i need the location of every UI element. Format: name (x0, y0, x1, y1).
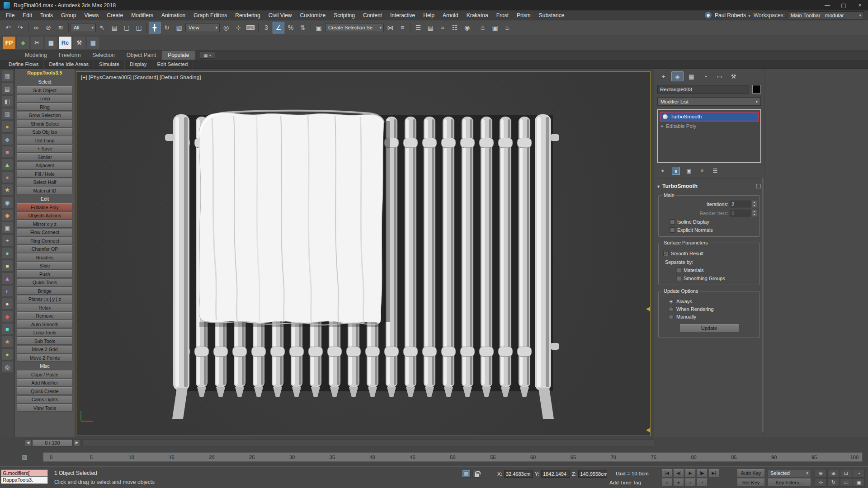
menu-item[interactable]: Tools (36, 10, 57, 20)
toolbox-icon[interactable]: ◧ (2, 96, 13, 107)
scene-explorer-icon[interactable]: ☰ (412, 22, 424, 33)
rappatools-button[interactable]: Chamfer OP (17, 245, 73, 253)
rappatools-button[interactable]: Copy / Paste (17, 371, 73, 378)
render-iters-field[interactable]: 0 (730, 210, 750, 216)
rappatools-button[interactable]: Grow Selection (17, 112, 73, 119)
toolbox-icon[interactable]: ◆ (2, 134, 13, 145)
menu-item[interactable]: Rendering (231, 10, 264, 20)
rappatools-button[interactable]: Sub Obj Iso (17, 128, 73, 136)
toolbar-separator[interactable] (146, 23, 147, 33)
rappatools-button[interactable]: View Tools (17, 404, 73, 412)
toolbox-icon[interactable]: ◐ (2, 286, 13, 296)
ribbon-subtool[interactable]: Simulate (94, 60, 125, 69)
rappatools-button[interactable]: Select Half (17, 178, 73, 186)
isoline-display-checkbox[interactable] (670, 219, 675, 225)
render-setup-icon[interactable]: ♨ (477, 22, 489, 33)
explicit-normals-checkbox[interactable] (670, 227, 675, 233)
percent-snap-icon[interactable]: % (285, 22, 297, 33)
toolbar-separator[interactable] (258, 23, 259, 33)
populate-flow-icon[interactable]: ♣ (17, 37, 29, 49)
object-color-swatch[interactable] (752, 85, 761, 94)
toolbox-icon[interactable]: ▥ (2, 108, 13, 119)
rappatools-button[interactable]: Mirror x y z (17, 220, 73, 228)
orbit-camera-icon[interactable]: ↻ (827, 478, 840, 487)
grid-array-icon[interactable]: ▦ (45, 37, 57, 49)
rappatools-button[interactable]: Sub Object (17, 86, 73, 94)
toolbox-icon[interactable]: ■ (2, 260, 13, 271)
toolbox-icon[interactable]: ● (2, 121, 13, 132)
rappatools-button[interactable]: Planar | x | y | z (17, 296, 73, 303)
user-avatar-icon[interactable]: ☻ (705, 12, 712, 19)
rappatools-button[interactable]: Move 2 Points (17, 354, 73, 361)
go-to-start-button[interactable]: |◀ (661, 469, 672, 477)
always-radio[interactable] (669, 299, 674, 304)
zoom-extents-icon[interactable]: ⊡ (840, 469, 852, 478)
toolbox-icon[interactable]: ■ (2, 146, 13, 157)
toolbox-icon[interactable]: ◎ (2, 361, 13, 372)
named-selection-sets-icon[interactable]: ▣ (313, 22, 325, 33)
toolbox-icon[interactable]: ◆ (2, 311, 13, 322)
toolbox-icon[interactable]: ● (2, 172, 13, 183)
curve-editor-icon[interactable]: ≈ (437, 22, 448, 33)
maxscript-mini-listener[interactable]: G.modifiers[ RappaTools3. (1, 469, 48, 484)
previous-frame-button[interactable]: ◀| (673, 469, 684, 477)
smoothing-groups-checkbox[interactable] (676, 276, 681, 281)
toolbox-icon[interactable]: ★ (2, 184, 13, 195)
menu-item[interactable]: Animation (157, 10, 189, 20)
ribbon-tab[interactable]: Selection (86, 51, 120, 60)
menu-item[interactable]: Create (103, 10, 127, 20)
rappatools-button[interactable]: Adjacent (17, 162, 73, 169)
ribbon-tab[interactable]: Object Paint (121, 51, 162, 60)
play-animation-button[interactable]: ▶ (685, 469, 696, 477)
max-tools-icon[interactable]: ⚒ (73, 37, 85, 49)
rappatools-button[interactable]: Loop Tools (17, 329, 73, 337)
rappatools-button[interactable]: Bridge (17, 287, 73, 295)
select-and-scale-icon[interactable]: ▧ (173, 22, 185, 33)
rectangular-selection-region-icon[interactable]: ▢ (121, 22, 132, 33)
rappatools-button[interactable]: Objects Actions (17, 212, 73, 220)
rappatools-button[interactable]: Quick Tools (17, 279, 73, 286)
data-table-icon[interactable]: ▦ (87, 37, 99, 49)
select-and-link-icon[interactable]: ∞ (30, 22, 42, 33)
rappatools-button[interactable]: Push (17, 270, 73, 278)
toolbox-icon[interactable]: ▦ (2, 70, 13, 81)
toolbox-icon[interactable]: ▲ (2, 273, 13, 284)
zoom-all-icon[interactable]: ⊞ (827, 469, 840, 478)
panel-scrollbar[interactable] (762, 178, 764, 432)
menu-item[interactable]: Views (80, 10, 103, 20)
time-slider-track[interactable] (82, 439, 654, 446)
utilities-tab[interactable]: ⚒ (727, 71, 740, 81)
toolbox-icon[interactable]: ★ (2, 336, 13, 347)
railclone-icon[interactable]: Rc (59, 37, 71, 49)
menu-item[interactable]: Content (359, 10, 386, 20)
y-coordinate-field[interactable]: 1842.1494 (541, 470, 570, 478)
rappatools-button[interactable]: Auto Smooth (17, 320, 73, 328)
select-by-name-icon[interactable]: ▤ (108, 22, 120, 33)
menu-item[interactable]: Arnold (439, 10, 462, 20)
set-key-button[interactable]: Set Key (737, 479, 765, 487)
menu-item[interactable]: Substance (535, 10, 569, 20)
modifier-enable-icon[interactable] (663, 114, 668, 119)
menu-item[interactable]: Help (419, 10, 439, 20)
rappatools-button[interactable]: Ring Connect (17, 237, 73, 244)
ribbon-subtool[interactable]: Define Flows (4, 60, 44, 69)
pan-view-icon[interactable]: ⊹ (815, 478, 827, 487)
macro-recorder-line[interactable]: G.modifiers[ (1, 469, 48, 477)
toolbox-icon[interactable]: ▣ (2, 222, 13, 233)
redo-icon[interactable]: ↷ (14, 22, 26, 33)
menu-item[interactable]: Frost (492, 10, 513, 20)
update-button[interactable]: Update (679, 324, 739, 333)
rappatools-button[interactable]: Editable Poly (17, 203, 73, 211)
rappatools-button[interactable]: Similar (17, 153, 73, 161)
rappatools-button[interactable]: Quick Create (17, 387, 73, 395)
toolbar-separator[interactable] (410, 23, 410, 33)
configure-modifier-sets-icon[interactable]: ☰ (711, 167, 719, 175)
smooth-result-checkbox[interactable] (663, 251, 669, 256)
viewport-canvas[interactable] (76, 72, 650, 436)
rollout-pin-icon[interactable] (756, 184, 761, 188)
render-production-icon[interactable]: ♨ (501, 22, 513, 33)
field-of-view-icon[interactable]: ◔ (853, 469, 865, 478)
select-object-icon[interactable]: ↖ (96, 22, 108, 33)
snaps-toggle-icon[interactable]: 3 (260, 22, 272, 33)
menu-item[interactable]: Modifiers (127, 10, 157, 20)
